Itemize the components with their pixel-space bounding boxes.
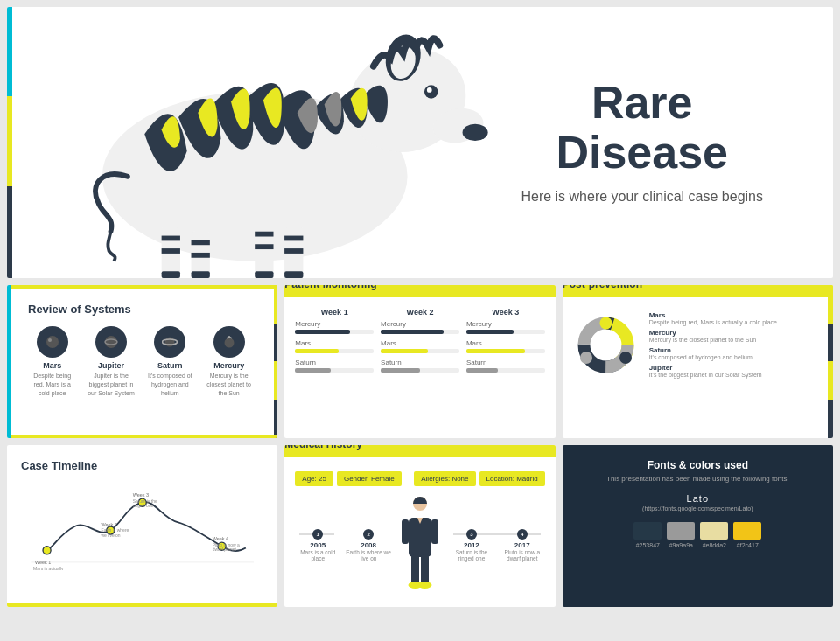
fc-label-2: #9a9a9a (669, 542, 693, 548)
svg-rect-63 (431, 519, 438, 544)
ros-item-mars: Mars Despite being red, Mars is a cold p… (28, 326, 76, 397)
patient-monitoring-slide: Patient Monitoring Week 1 Mercury Mars S… (284, 285, 555, 438)
ros-desc-mercury: Mercury is the closest planet to the Sun (205, 372, 253, 397)
ros-icon-jupiter (95, 326, 127, 358)
mh-year-2017: 4 2017 Pluto is now a dwarf planet (500, 529, 545, 561)
svg-rect-15 (192, 253, 210, 258)
svg-rect-18 (284, 236, 303, 241)
medical-history-slide: Medical History Age: 25 Gender: Female A… (284, 445, 555, 607)
mh-card-allergies: Allergies: None (414, 471, 475, 486)
mh-year-2005: 1 2005 Mars is a cold place (295, 529, 340, 561)
post-prevention-slide: Post-prevention (563, 285, 833, 438)
pm-title: Patient Monitoring (284, 285, 555, 290)
zebra-container (7, 7, 502, 278)
ct-bottom-bar (7, 603, 277, 607)
mh-year-2008: 2 2008 Earth is where we live on (346, 529, 391, 561)
svg-text:we live on: we live on (101, 533, 120, 538)
ros-top-bar (10, 285, 277, 289)
svg-text:Mars is actually: Mars is actually (33, 566, 64, 570)
svg-rect-20 (162, 271, 180, 278)
svg-rect-14 (192, 240, 210, 245)
ros-bottom-stripe (10, 435, 277, 438)
ros-label-jupiter: Jupiter (98, 361, 124, 370)
svg-point-3 (463, 124, 488, 141)
pp-legend-mars: Mars Despite being red, Mars is actually… (649, 311, 777, 325)
svg-text:Week 1: Week 1 (35, 560, 51, 565)
svg-text:ringed one: ringed one (133, 503, 154, 508)
svg-point-5 (427, 87, 432, 93)
fc-swatch-4 (733, 522, 761, 540)
svg-text:Week 4: Week 4 (213, 536, 228, 541)
svg-rect-21 (192, 271, 210, 278)
svg-point-40 (43, 547, 51, 554)
ct-title: Case Timeline (21, 459, 263, 472)
ros-icons-row: Mars Despite being red, Mars is a cold p… (28, 326, 253, 397)
svg-point-25 (48, 338, 52, 342)
svg-point-61 (418, 582, 432, 589)
pp-legend-mercury: Mercury Mercury is the closest planet to… (649, 329, 777, 343)
mh-figure (398, 493, 442, 589)
svg-rect-12 (162, 236, 180, 241)
svg-point-37 (620, 352, 632, 364)
svg-rect-62 (402, 519, 409, 544)
mh-title: Medical History (284, 445, 555, 450)
svg-text:Week 3: Week 3 (133, 492, 149, 498)
fc-colors: #253847 #9a9a9a #e8dda2 #f2c417 (577, 522, 819, 548)
ros-item-mercury: Mercury Mercury is the closest planet to… (205, 326, 253, 397)
svg-rect-23 (284, 271, 303, 278)
ros-label-saturn: Saturn (158, 361, 183, 370)
svg-point-24 (46, 336, 59, 348)
fc-swatch-2 (667, 522, 695, 540)
ros-label-mercury: Mercury (214, 361, 244, 370)
svg-rect-58 (411, 554, 419, 585)
svg-rect-22 (255, 271, 273, 278)
hero-subtitle: Here is where your clinical case begins (521, 186, 763, 207)
ros-desc-jupiter: Jupiter is the biggest planet in our Sol… (87, 372, 135, 397)
ros-icon-saturn (154, 326, 186, 358)
svg-rect-16 (255, 232, 273, 237)
fc-color-1: #253847 (634, 522, 662, 548)
svg-rect-17 (255, 244, 273, 249)
pm-header-bar: Patient Monitoring (284, 285, 555, 297)
pm-week2: Week 2 Mercury Mars Saturn (381, 308, 459, 378)
fc-color-4: #f2c417 (733, 522, 761, 548)
ros-item-saturn: Saturn It's composed of hydrogen and hel… (146, 326, 194, 397)
svg-text:dwarf planet: dwarf planet (213, 547, 237, 552)
fc-label-1: #253847 (636, 542, 660, 548)
pp-legend: Mars Despite being red, Mars is actually… (649, 311, 777, 378)
mh-card-gender: Gender: Female (337, 471, 402, 486)
svg-point-30 (224, 338, 234, 348)
fc-swatch-1 (634, 522, 662, 540)
svg-rect-13 (162, 248, 180, 254)
pp-donut (573, 312, 639, 378)
mh-header-bar: Medical History (284, 445, 555, 457)
svg-rect-19 (284, 248, 303, 254)
hero-slide: RareDisease Here is where your clinical … (7, 7, 833, 278)
svg-rect-59 (421, 554, 429, 585)
pp-side-stripe (828, 285, 833, 438)
ros-desc-mars: Despite being red, Mars is a cold place (28, 372, 76, 397)
mh-card-location: Location: Madrid (480, 471, 545, 486)
ros-icon-mars (37, 326, 68, 358)
mh-card-age: Age: 25 (295, 471, 333, 486)
case-timeline-slide: Case Timeline Week 1 Mars is actually a … (7, 445, 277, 607)
svg-point-28 (165, 338, 175, 347)
slide-title: Review of Systems (28, 303, 263, 316)
hero-text: RareDisease Here is where your clinical … (521, 78, 763, 207)
fc-label-3: #e8dda2 (703, 542, 726, 548)
pp-title: Post-prevention (563, 285, 833, 290)
pm-week2-label: Week 2 (381, 308, 459, 317)
hero-title: RareDisease (521, 78, 763, 178)
ros-accent (7, 285, 10, 438)
fc-title: Fonts & colors used (577, 459, 819, 471)
fc-subtitle: This presentation has been made using th… (577, 475, 819, 483)
fc-font-name: Lato (577, 493, 819, 504)
fc-swatch-3 (700, 522, 728, 540)
fc-label-4: #f2c417 (737, 542, 759, 548)
fc-color-3: #e8dda2 (700, 522, 728, 548)
pm-week1: Week 1 Mercury Mars Saturn (295, 308, 374, 378)
fc-font-url: (https://fonts.google.com/specimen/Lato) (577, 505, 819, 512)
pm-week1-label: Week 1 (295, 308, 374, 317)
pp-header-bar: Post-prevention (563, 285, 833, 297)
ros-desc-saturn: It's composed of hydrogen and helium (146, 372, 194, 397)
